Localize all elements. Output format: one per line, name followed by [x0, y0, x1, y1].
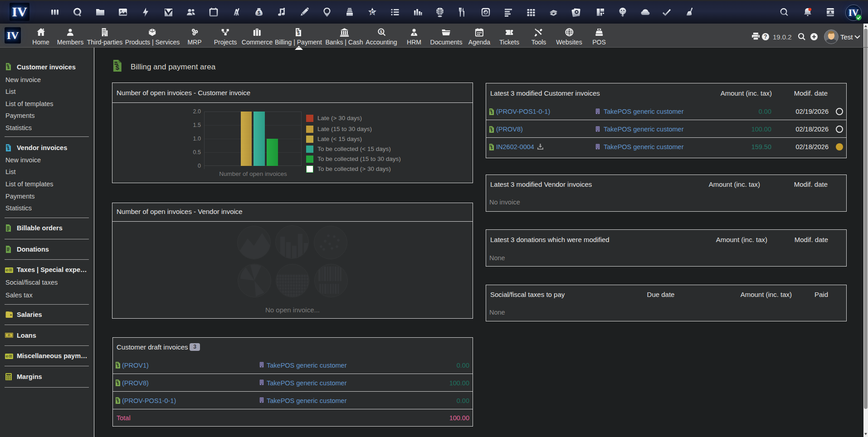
svg-text:$: $ — [380, 29, 382, 34]
svg-text:C: C — [371, 10, 374, 15]
svg-text:$: $ — [258, 10, 260, 15]
svg-text:$: $ — [6, 268, 8, 272]
svg-text:$: $ — [6, 354, 8, 358]
svg-text:0: 0 — [8, 334, 10, 337]
svg-text:$: $ — [297, 31, 300, 36]
